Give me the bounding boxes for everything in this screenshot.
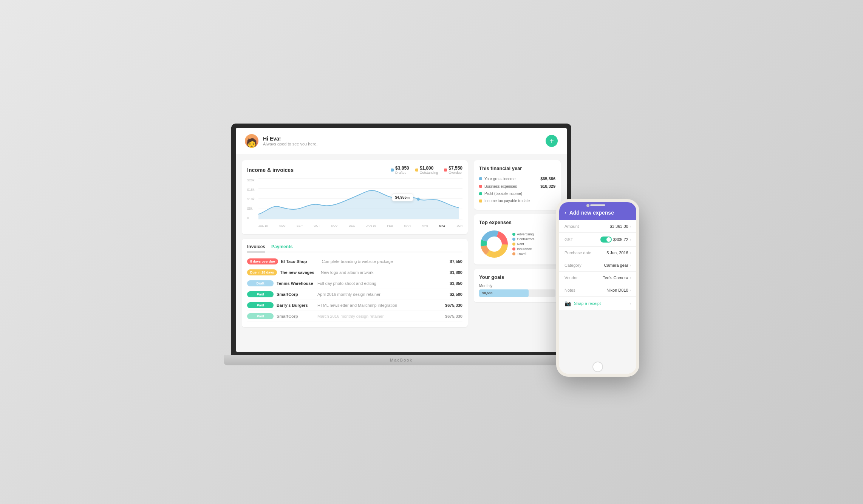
legend-outstanding-label: Outstanding: [420, 171, 438, 175]
snap-receipt-label: Snap a receipt: [574, 301, 601, 306]
greeting-name: Hi Eva!: [263, 136, 317, 142]
row-amount-2: $3,850: [450, 281, 462, 286]
legend-item-drafted: $3,850 Drafted: [391, 165, 409, 175]
expense-label-gst: GST: [565, 237, 573, 242]
expense-label-amount: Amount: [565, 224, 579, 229]
row-desc-3: April 2016 monthly design retainer: [317, 292, 447, 297]
tab-invoices[interactable]: Invoices: [247, 244, 265, 252]
y-label-15k: $15k: [247, 188, 258, 192]
donut-legend-contractors: Contractors: [512, 237, 535, 241]
table-row: Paid SmartCorp April 2016 monthly design…: [247, 289, 462, 300]
table-row: Paid SmartCorp March 2016 monthly design…: [247, 311, 462, 322]
financial-row-expenses-left: Business expenses: [479, 184, 517, 189]
expense-value-category: Camera gear ›: [604, 263, 631, 267]
add-button[interactable]: +: [546, 135, 558, 147]
expense-row-notes[interactable]: Notes Nikon D810 ›: [559, 284, 636, 297]
x-jun: JUN: [456, 224, 462, 227]
expense-value-vendor: Ted's Camera ›: [603, 275, 631, 280]
donut-dot-advertising: [512, 233, 515, 236]
fin-dot-tax: [479, 199, 482, 203]
goals-bar-track: $8,500: [479, 289, 555, 297]
badge-due: Due in 28 days: [247, 269, 277, 275]
x-feb: FEB: [387, 224, 393, 227]
x-apr: APR: [422, 224, 428, 227]
chevron-notes: ›: [630, 288, 631, 292]
row-amount-4: $675,330: [445, 303, 462, 308]
expense-row-amount[interactable]: Amount $3,363.00 ›: [559, 220, 636, 233]
legend-overdue-amount: $7,550: [449, 165, 462, 171]
x-aug: AUG: [279, 224, 285, 227]
row-amount-3: $2,500: [450, 292, 462, 297]
chart-x-labels: JUL 15 AUG SEP OCT NOV DEC JAN 16 FEB MA…: [258, 224, 462, 227]
row-client-0: El Taco Shop: [281, 259, 319, 264]
screen-bezel: 🧑 Hi Eva! Always good to see you here. +: [231, 124, 571, 355]
donut-legend-travel: Travel: [512, 252, 535, 256]
x-jul: JUL 15: [258, 224, 268, 227]
y-label-10k: $10k: [247, 197, 258, 201]
x-may: MAY: [439, 224, 445, 227]
x-sep: SEP: [297, 224, 303, 227]
expense-row-category[interactable]: Category Camera gear ›: [559, 259, 636, 272]
tabs: Invoices Payments: [247, 244, 462, 252]
financial-row-expenses: Business expenses $18,329: [479, 182, 555, 190]
donut-container: [479, 229, 509, 259]
row-client-4: Barry's Burgers: [277, 303, 314, 308]
goals-bar-fill: $8,500: [479, 289, 529, 297]
scene: 🧑 Hi Eva! Always good to see you here. +: [224, 124, 639, 380]
expense-row-vendor[interactable]: Vendor Ted's Camera ›: [559, 272, 636, 284]
donut-svg: [479, 229, 509, 259]
row-client-3: SmartCorp: [277, 292, 314, 297]
phone-back-button[interactable]: ‹: [565, 210, 566, 216]
snap-receipt-row[interactable]: 📷 Snap a receipt ›: [559, 297, 636, 310]
fin-label-gross: Your gross income: [484, 177, 515, 181]
expense-label-notes: Notes: [565, 288, 575, 292]
gst-toggle[interactable]: [600, 237, 612, 243]
expense-row-gst[interactable]: GST $305.72 ›: [559, 233, 636, 247]
row-desc-1: New logo and album artwork: [321, 270, 447, 275]
x-dec: DEC: [349, 224, 355, 227]
donut-dot-travel: [512, 252, 515, 255]
avatar-inner: 🧑: [245, 134, 258, 148]
x-oct: OCT: [314, 224, 320, 227]
financial-row-profit-left: Profit (taxable income): [479, 192, 522, 196]
gst-value: $305.72: [613, 237, 628, 242]
chart-area: $20k $15k $10k $5k 0: [247, 178, 462, 227]
legend-drafted-text: $3,850 Drafted: [395, 165, 409, 175]
table-row: Paid Barry's Burgers HTML newsletter and…: [247, 300, 462, 311]
greeting-sub: Always good to see you here.: [263, 142, 317, 146]
row-desc-0: Complete branding & website package: [322, 259, 447, 264]
tooltip-suffix: 75: [407, 196, 410, 199]
expense-value-date: 5 Jun, 2016 ›: [606, 250, 631, 255]
table-row: Due in 28 days The new savages New logo …: [247, 267, 462, 278]
row-amount-0: $7,550: [450, 259, 462, 264]
financial-row-tax: Income tax payable to date: [479, 197, 555, 204]
x-nov: NOV: [331, 224, 337, 227]
chevron-snap: ›: [630, 301, 631, 306]
row-desc-5: March 2016 monthly design retainer: [317, 314, 442, 318]
chevron-vendor: ›: [630, 276, 631, 280]
fin-amount-gross: $65,386: [540, 176, 555, 181]
donut-label-contractors: Contractors: [517, 237, 535, 241]
area-chart-svg: [258, 178, 462, 220]
camera-icon: 📷: [565, 300, 571, 306]
category-value: Camera gear: [604, 263, 628, 267]
chevron-category: ›: [630, 263, 631, 267]
tab-payments[interactable]: Payments: [271, 244, 293, 252]
legend-drafted-amount: $3,850: [395, 165, 409, 171]
row-desc-4: HTML newsletter and Mailchimp integratio…: [317, 303, 442, 308]
chart-y-labels: $20k $15k $10k $5k 0: [247, 178, 258, 220]
phone-home-button[interactable]: [592, 362, 603, 372]
invoice-list: 8 days overdue El Taco Shop Complete bra…: [247, 256, 462, 322]
legend-outstanding-amount: $1,800: [420, 165, 438, 171]
donut-dot-rent: [512, 243, 515, 246]
financial-row-gross: Your gross income $65,386: [479, 175, 555, 182]
tooltip-value: $4,955: [395, 195, 407, 199]
goals-bar-label: $8,500: [482, 291, 493, 295]
donut-legend-advertising: Advertising: [512, 232, 535, 236]
legend-dot-drafted: [391, 169, 394, 172]
fin-label-profit: Profit (taxable income): [484, 192, 522, 196]
row-amount-5: $675,330: [445, 314, 462, 318]
donut-hole: [487, 237, 501, 251]
expense-row-date[interactable]: Purchase date 5 Jun, 2016 ›: [559, 247, 636, 259]
expense-label-category: Category: [565, 263, 582, 267]
